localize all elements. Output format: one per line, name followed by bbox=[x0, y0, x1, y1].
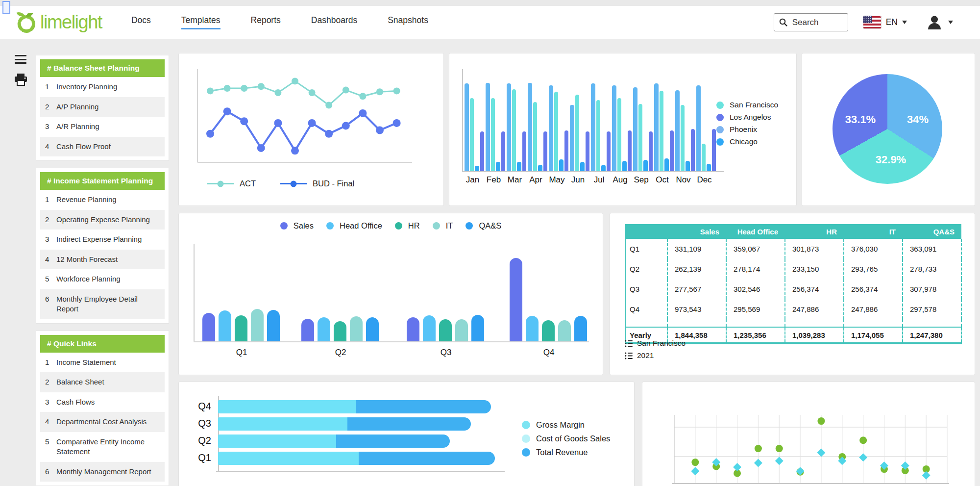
nav-link-reports[interactable]: Reports bbox=[251, 15, 281, 29]
table-cell: 278,733 bbox=[903, 259, 961, 279]
table-cell: Q2 bbox=[625, 259, 667, 279]
user-menu[interactable] bbox=[927, 15, 953, 30]
sidebar-item-monthly-management-report[interactable]: 6Monthly Management Report bbox=[40, 462, 165, 482]
sidebar-item-a-r-planning[interactable]: 3A/R Planning bbox=[40, 117, 165, 137]
month-label-jun: Jun bbox=[567, 175, 588, 185]
footnote-san-francisco[interactable]: San Francisco bbox=[625, 339, 686, 348]
sidebar-item-number: 2 bbox=[45, 102, 51, 112]
sidebar-item-departmental-cost-analysis[interactable]: 4Departmental Cost Analysis bbox=[40, 412, 165, 432]
table-cell bbox=[625, 319, 667, 327]
brand-logo[interactable]: limelight bbox=[15, 11, 102, 34]
sidebar-item-label: Cash Flow Proof bbox=[56, 142, 111, 152]
month-label-apr: Apr bbox=[525, 175, 546, 185]
sidebar-item-label: A/R Planning bbox=[56, 122, 99, 132]
sidebar-item-number: 1 bbox=[45, 195, 51, 205]
search-box[interactable] bbox=[774, 13, 848, 31]
scatter-chart-card bbox=[642, 382, 975, 486]
sidebar-item-indirect-expense-planning[interactable]: 3Indirect Expense Planning bbox=[40, 230, 165, 250]
sidebar-item-a-p-planning[interactable]: 2A/P Planning bbox=[40, 97, 165, 117]
table-row: Q3277,567302,546256,374256,374307,978 bbox=[625, 279, 961, 299]
bar-los-angelos-dec bbox=[712, 129, 716, 171]
nav-link-dashboards[interactable]: Dashboards bbox=[311, 15, 357, 29]
legend-item-san-francisco[interactable]: San Francisco bbox=[716, 101, 778, 109]
sidebar-item-label: 12 Month Forecast bbox=[56, 255, 118, 265]
sidebar-item-12-month-forecast[interactable]: 412 Month Forecast bbox=[40, 250, 165, 270]
search-input[interactable] bbox=[791, 17, 842, 28]
table-cell: 262,139 bbox=[667, 259, 726, 279]
legend-item-los-angelos[interactable]: Los Angelos bbox=[716, 113, 778, 122]
nav-link-snapshots[interactable]: Snapshots bbox=[388, 15, 428, 29]
sidebar-item-number: 3 bbox=[45, 234, 51, 245]
table-cell: 256,374 bbox=[785, 279, 844, 299]
chevron-down-icon bbox=[902, 21, 907, 24]
bar-phoenix-jul bbox=[591, 83, 595, 171]
sidebar-item-inventory-planning[interactable]: 1Inventory Planning bbox=[40, 77, 165, 97]
sidebar-item-label: Workforce Planning bbox=[56, 274, 121, 284]
bar-los-angelos-oct bbox=[670, 130, 674, 171]
scatter-point-cyan-diamonds bbox=[922, 471, 931, 480]
language-selector[interactable]: EN bbox=[863, 16, 907, 29]
sidebar-item-number: 6 bbox=[45, 467, 51, 477]
bar-chicago-jan bbox=[475, 166, 479, 171]
sidebar-item-cash-flows[interactable]: 3Cash Flows bbox=[40, 392, 165, 412]
bar-it-q1 bbox=[251, 309, 264, 341]
category-label-q2: Q2 bbox=[186, 435, 211, 446]
sidebar-item-monthly-employee-detail-report[interactable]: 6Monthly Employee Detail Report bbox=[40, 289, 165, 319]
sidebar-item-number: 1 bbox=[45, 82, 51, 92]
table-footnotes: San Francisco2021 bbox=[625, 339, 686, 360]
legend-item-bud-final[interactable]: BUD - Final bbox=[280, 179, 354, 188]
sidebar-item-number: 3 bbox=[45, 122, 51, 132]
legend-item-chicago[interactable]: Chicago bbox=[716, 137, 778, 146]
nav-link-docs[interactable]: Docs bbox=[131, 15, 151, 29]
month-label-may: May bbox=[546, 175, 567, 185]
sidebar-item-cash-flow-proof[interactable]: 4Cash Flow Proof bbox=[40, 137, 165, 157]
sidebar-item-income-statement[interactable]: 1Income Statement bbox=[40, 353, 165, 373]
legend-item-total-revenue[interactable]: Total Revenue bbox=[522, 448, 610, 457]
bar-total-revenue-segment-q2 bbox=[336, 435, 450, 448]
bar-phoenix-jun bbox=[570, 105, 574, 171]
legend-item-cost-of-goods-sales[interactable]: Cost of Goods Sales bbox=[522, 434, 610, 443]
nav-link-templates[interactable]: Templates bbox=[181, 15, 220, 29]
legend-item-gross-margin[interactable]: Gross Margin bbox=[522, 420, 610, 430]
print-icon[interactable] bbox=[14, 74, 27, 86]
bar-total-revenue-segment-q4 bbox=[356, 400, 491, 413]
scatter-point-green-circles bbox=[817, 417, 825, 425]
sidebar-item-label: Monthly Management Report bbox=[56, 467, 151, 477]
legend-item-act[interactable]: ACT bbox=[207, 179, 256, 188]
bar-qa-s-q3 bbox=[471, 315, 484, 341]
search-icon bbox=[779, 18, 787, 26]
pie-chart: 34%32.9%33.1% bbox=[833, 74, 942, 184]
sidebar-item-balance-sheet[interactable]: 2Balance Sheet bbox=[40, 372, 165, 392]
month-label-feb: Feb bbox=[483, 175, 504, 185]
sidebar-item-number: 5 bbox=[45, 274, 51, 284]
sidebar-item-revenue-planning[interactable]: 1Revenue Planning bbox=[40, 190, 165, 210]
bar-chicago-apr bbox=[538, 165, 542, 171]
sidebar-item-comparative-entity-income-statement[interactable]: 5Comparative Entity Income Statement bbox=[40, 432, 165, 462]
scatter-chart bbox=[642, 382, 975, 486]
table-cell: 295,569 bbox=[726, 299, 785, 319]
bar-los-angelos-may bbox=[564, 130, 569, 171]
sidebar-item-label: Balance Sheet bbox=[56, 377, 104, 387]
sidebar-item-label: A/P Planning bbox=[56, 102, 98, 112]
list-icon bbox=[625, 340, 633, 347]
sidebar-item-number: 4 bbox=[45, 255, 51, 265]
bar-total-revenue-segment-q3 bbox=[347, 417, 471, 431]
legend-item-phoenix[interactable]: Phoenix bbox=[716, 125, 778, 134]
bar-los-angelos-aug bbox=[628, 130, 632, 171]
sidebar-item-label: Indirect Expense Planning bbox=[56, 234, 142, 245]
sidebar-item-workforce-planning[interactable]: 5Workforce Planning bbox=[40, 269, 165, 289]
menu-icon[interactable] bbox=[15, 55, 26, 64]
scatter-point-cyan-diamonds bbox=[691, 467, 699, 475]
bar-sales-q3 bbox=[407, 317, 419, 341]
table-cell: 363,091 bbox=[903, 239, 961, 259]
sidebar-section-income-statement-planning: # Income Statement Planning1Revenue Plan… bbox=[36, 168, 169, 324]
sidebar-item-operating-expense-planning[interactable]: 2Operating Expense Planning bbox=[40, 210, 165, 230]
nav-right: EN bbox=[774, 13, 953, 31]
brand-name: limelight bbox=[40, 12, 102, 33]
bar-sales-q2 bbox=[301, 319, 314, 341]
footnote-2021[interactable]: 2021 bbox=[625, 351, 686, 360]
legend-label: Los Angelos bbox=[730, 113, 771, 122]
bar-phoenix-dec bbox=[696, 85, 701, 171]
sidebar-item-number: 2 bbox=[45, 215, 51, 225]
sidebar-item-number: 4 bbox=[45, 142, 51, 152]
